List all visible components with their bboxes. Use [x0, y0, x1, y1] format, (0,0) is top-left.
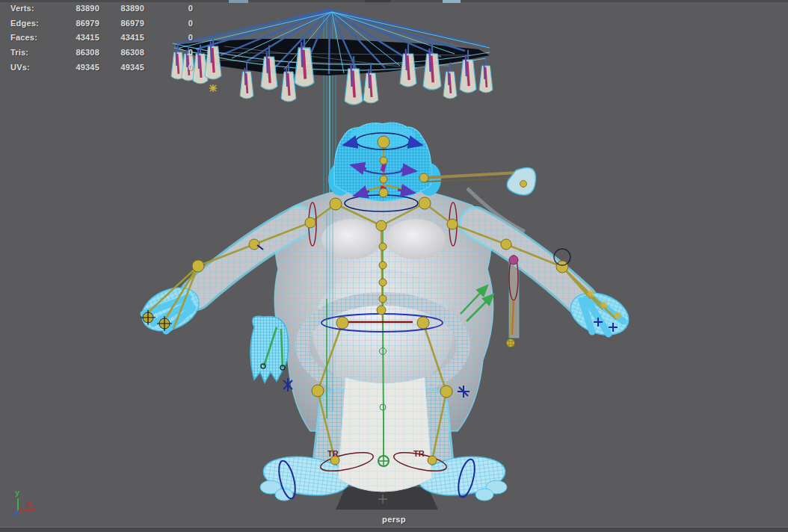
hud-value: 86979: [45, 19, 99, 28]
hud-row-edges: Edges: 86979 86979 0: [0, 19, 224, 29]
maya-perspective-viewport[interactable]: Verts: 83890 83890 0 Edges: 86979 86979 …: [0, 0, 788, 532]
x-axis-label: x: [27, 499, 32, 508]
x-axis-line: [18, 509, 35, 511]
viewport-bottom-border: [0, 527, 788, 532]
hud-value: 86979: [105, 19, 144, 28]
hud-value: 86308: [45, 48, 99, 57]
hud-row-tris: Tris: 86308 86308 0: [0, 48, 224, 58]
hud-value: 43415: [45, 33, 99, 42]
z-axis-line: [13, 511, 18, 516]
hud-value: 0: [150, 63, 193, 72]
hud-value: 0: [150, 48, 193, 57]
top-edge-stub: [229, 0, 248, 3]
hud-row-verts: Verts: 83890 83890 0: [0, 4, 224, 14]
y-axis-label: y: [15, 488, 20, 497]
tassel-star-marker: [209, 84, 217, 92]
right-arm: [475, 223, 634, 342]
hip-pouch[interactable]: [250, 316, 292, 392]
hud-value: 43415: [105, 33, 144, 42]
hud-value: 83890: [105, 4, 144, 13]
view-axis-gizmo: y x: [0, 482, 52, 527]
right-foot-control-label[interactable]: TR: [413, 449, 425, 458]
hud-row-faces: Faces: 43415 43415 0: [0, 33, 224, 43]
hud-value: 83890: [45, 4, 99, 13]
poly-count-hud: Verts: 83890 83890 0 Edges: 86979 86979 …: [0, 0, 224, 78]
hud-value: 49345: [105, 63, 144, 72]
hud-value: 0: [150, 4, 193, 13]
hud-value: 49345: [45, 63, 99, 72]
hud-value: 86308: [105, 48, 144, 57]
hud-row-uvs: UVs: 49345 49345 0: [0, 63, 224, 73]
hud-label: Verts:: [10, 4, 34, 13]
left-foot-control-label[interactable]: TR: [327, 449, 339, 458]
camera-name-label: persp: [0, 515, 788, 524]
scene-canvas[interactable]: [0, 0, 788, 532]
hud-label: Tris:: [10, 48, 28, 57]
hud-label: Faces:: [10, 33, 37, 42]
hud-label: Edges:: [10, 19, 39, 28]
hud-value: 0: [150, 19, 193, 28]
top-edge-stub: [443, 0, 461, 3]
top-edge-stub: [365, 0, 390, 2]
hud-label: UVs:: [10, 63, 30, 72]
hud-value: 0: [150, 33, 193, 42]
character-body[interactable]: [135, 187, 635, 501]
elbow-tassel: [507, 256, 520, 347]
